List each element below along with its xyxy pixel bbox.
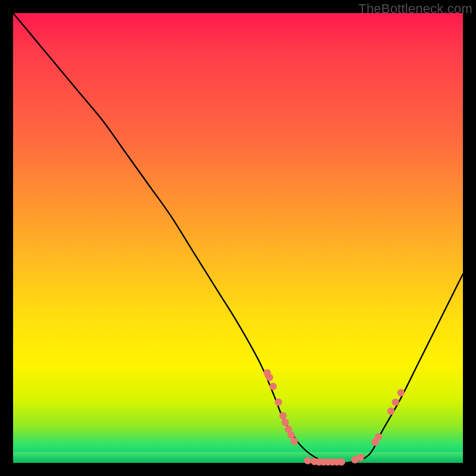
curve-markers-group — [264, 369, 405, 466]
curve-marker — [356, 454, 364, 461]
curve-marker — [338, 458, 345, 465]
curve-marker — [397, 389, 404, 396]
curve-marker — [275, 399, 282, 406]
curve-marker — [287, 431, 295, 439]
chart-plot-area — [13, 13, 463, 463]
curve-marker — [392, 399, 399, 406]
curve-marker — [290, 438, 298, 445]
curve-marker — [270, 383, 277, 390]
curve-marker — [281, 419, 289, 426]
curve-marker — [387, 408, 394, 415]
bottleneck-curve-line — [13, 13, 463, 464]
curve-marker — [266, 374, 273, 381]
chart-frame — [13, 13, 463, 463]
chart-svg — [13, 13, 463, 463]
curve-marker — [304, 457, 311, 464]
curve-marker — [279, 412, 286, 419]
curve-marker — [375, 433, 382, 440]
